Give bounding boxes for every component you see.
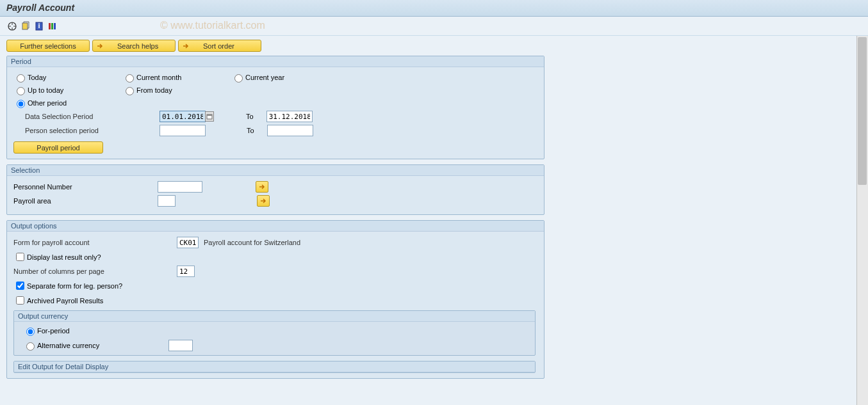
search-helps-button[interactable]: Search helps — [92, 40, 176, 52]
radio-label: Current month — [136, 74, 181, 81]
button-label: Sort order — [203, 42, 234, 50]
radio-from-today-input[interactable] — [126, 87, 134, 95]
personnel-number-label: Personnel Number — [13, 183, 158, 191]
person-selection-from-input[interactable] — [160, 125, 206, 136]
num-cols-row: Number of columns per page — [13, 266, 537, 277]
radio-current-month-input[interactable] — [126, 74, 134, 83]
radio-label: For-period — [37, 327, 70, 335]
svg-rect-8 — [49, 23, 51, 29]
execute-icon[interactable] — [6, 20, 18, 32]
to-label: To — [246, 113, 254, 120]
checkbox-label: Display last result only? — [27, 253, 101, 261]
to-label: To — [247, 127, 254, 134]
separate-form-checkbox-row[interactable]: Separate form for leg. person? — [13, 280, 537, 292]
output-options-title: Output options — [7, 221, 544, 232]
date-picker-icon[interactable] — [205, 111, 214, 122]
checkbox-label: Separate form for leg. person? — [27, 282, 122, 290]
radio-label: Today — [28, 74, 46, 81]
radio-up-to-today[interactable]: Up to today — [13, 85, 122, 95]
output-currency-body: For-period Alternative currency — [14, 322, 535, 355]
selection-groupbox: Selection Personnel Number Payroll area — [6, 164, 545, 215]
output-currency-title: Output currency — [14, 311, 535, 322]
edit-output-groupbox: Edit Output for Detail Display — [13, 361, 536, 373]
display-last-checkbox-row[interactable]: Display last result only? — [13, 251, 537, 263]
alt-currency-input[interactable] — [168, 340, 193, 351]
output-options-groupbox: Output options Form for payroll account … — [6, 220, 545, 379]
period-radio-row3: Other period — [13, 98, 537, 108]
selection-title: Selection — [7, 165, 544, 176]
radio-other-period[interactable]: Other period — [13, 98, 122, 108]
num-cols-input[interactable] — [177, 266, 195, 277]
form-payroll-desc: Payroll account for Switzerland — [204, 239, 300, 246]
person-selection-to-input[interactable] — [267, 125, 313, 136]
arrow-right-icon — [95, 42, 104, 51]
watermark: © www.tutorialkart.com — [160, 20, 265, 31]
checkbox-label: Archived Payroll Results — [27, 297, 103, 305]
radio-today[interactable]: Today — [13, 72, 122, 83]
title-bar: Payroll Account — [0, 0, 868, 17]
radio-for-period[interactable]: For-period — [23, 326, 241, 336]
output-currency-groupbox: Output currency For-period Alternative c… — [13, 310, 536, 356]
form-payroll-label: Form for payroll account — [13, 239, 177, 246]
radio-current-year[interactable]: Current year — [231, 72, 340, 83]
payroll-area-input[interactable] — [158, 195, 176, 207]
toolbar: i © www.tutorialkart.com — [0, 17, 868, 36]
main-window: Payroll Account i © www.tutorialkart.com… — [0, 0, 868, 405]
radio-from-today[interactable]: From today — [122, 85, 231, 95]
payroll-area-row: Payroll area — [13, 195, 537, 207]
edit-output-title: Edit Output for Detail Display — [14, 361, 535, 372]
num-cols-label: Number of columns per page — [13, 267, 177, 275]
archived-checkbox[interactable] — [16, 296, 24, 305]
radio-current-month[interactable]: Current month — [122, 72, 231, 83]
further-selections-button[interactable]: Further selections — [6, 40, 90, 52]
page-title: Payroll Account — [6, 3, 862, 13]
radio-current-year-input[interactable] — [234, 74, 243, 83]
period-radio-row2: Up to today From today — [13, 85, 537, 95]
radio-alt-currency-input[interactable] — [26, 342, 35, 351]
button-label: Further selections — [20, 42, 76, 50]
selection-body: Personnel Number Payroll area — [7, 176, 544, 214]
data-selection-period-row: Data Selection Period To — [13, 111, 537, 122]
radio-alt-currency[interactable]: Alternative currency — [23, 340, 168, 351]
button-label: Payroll period — [37, 144, 79, 152]
radio-for-period-input[interactable] — [26, 328, 35, 336]
separate-form-checkbox[interactable] — [16, 282, 24, 290]
multiple-selection-button[interactable] — [256, 181, 268, 193]
variant-icon[interactable] — [20, 20, 31, 32]
archived-checkbox-row[interactable]: Archived Payroll Results — [13, 294, 537, 306]
radio-today-input[interactable] — [17, 74, 25, 83]
form-payroll-input[interactable] — [177, 237, 199, 248]
radio-label: Current year — [245, 74, 284, 81]
radio-up-to-today-input[interactable] — [17, 87, 25, 95]
data-selection-from-input[interactable] — [160, 111, 206, 122]
arrow-right-icon — [181, 42, 190, 51]
radio-other-period-input[interactable] — [17, 100, 25, 108]
data-selection-label: Data Selection Period — [25, 113, 160, 120]
person-selection-period-row: Person selection period To — [13, 125, 537, 136]
svg-rect-10 — [54, 23, 56, 29]
info-icon[interactable]: i — [33, 20, 45, 32]
svg-rect-12 — [207, 115, 212, 116]
data-selection-to-input[interactable] — [266, 111, 313, 122]
form-payroll-row: Form for payroll account Payroll account… — [13, 237, 537, 248]
radio-label: Other period — [28, 99, 67, 107]
vertical-scrollbar[interactable] — [856, 36, 868, 405]
payroll-period-button[interactable]: Payroll period — [13, 141, 103, 154]
multiple-selection-button[interactable] — [257, 195, 270, 207]
scrollbar-thumb[interactable] — [858, 37, 867, 185]
radio-label: Up to today — [28, 86, 63, 94]
personnel-number-input[interactable] — [158, 181, 202, 193]
display-last-checkbox[interactable] — [16, 253, 24, 261]
selection-buttons-row: Further selections Search helps Sort ord… — [6, 40, 862, 52]
period-title: Period — [7, 56, 544, 67]
output-options-body: Form for payroll account Payroll account… — [7, 232, 544, 378]
svg-rect-9 — [51, 23, 53, 29]
personnel-number-row: Personnel Number — [13, 181, 537, 193]
radio-label: Alternative currency — [37, 342, 99, 349]
period-groupbox: Period Today Current month Current year — [6, 56, 545, 159]
person-selection-label: Person selection period — [25, 127, 160, 134]
columns-icon[interactable] — [47, 20, 58, 32]
button-label: Search helps — [117, 42, 158, 50]
sort-order-button[interactable]: Sort order — [178, 40, 261, 52]
svg-rect-5 — [22, 23, 28, 29]
